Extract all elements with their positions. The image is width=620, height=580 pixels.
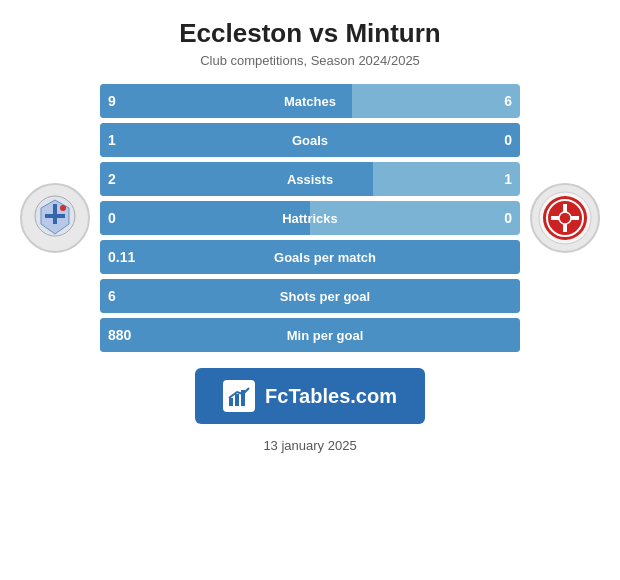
stat-left-value: 880: [108, 327, 138, 343]
logo-minturn: [520, 183, 610, 253]
svg-point-10: [559, 212, 571, 224]
svg-rect-12: [235, 394, 239, 406]
stat-label: Matches: [138, 94, 482, 109]
stat-right-value: 1: [482, 171, 512, 187]
stat-label: Shots per goal: [138, 289, 512, 304]
stat-label: Assists: [138, 172, 482, 187]
stat-row-hattricks: 0Hattricks0: [100, 201, 520, 235]
stat-left-value: 1: [108, 132, 138, 148]
stat-right-value: 0: [482, 210, 512, 226]
stat-left-value: 0: [108, 210, 138, 226]
logo-eccleston: [10, 183, 100, 253]
stat-row-min-per-goal: 880Min per goal: [100, 318, 520, 352]
date-label: 13 january 2025: [263, 438, 356, 453]
stat-label: Hattricks: [138, 211, 482, 226]
stat-left-value: 6: [108, 288, 138, 304]
stat-row-shots-per-goal: 6Shots per goal: [100, 279, 520, 313]
stat-label: Min per goal: [138, 328, 512, 343]
svg-rect-3: [45, 214, 65, 218]
stat-right-value: 6: [482, 93, 512, 109]
fctables-text: FcTables.com: [265, 385, 397, 408]
stat-row-assists: 2Assists1: [100, 162, 520, 196]
stat-left-value: 2: [108, 171, 138, 187]
fctables-banner[interactable]: FcTables.com: [195, 368, 425, 424]
stat-row-matches: 9Matches6: [100, 84, 520, 118]
stat-label: Goals per match: [138, 250, 512, 265]
stat-right-value: 0: [482, 132, 512, 148]
svg-point-4: [60, 205, 66, 211]
stat-label: Goals: [138, 133, 482, 148]
stat-row-goals: 1Goals0: [100, 123, 520, 157]
page-title: Eccleston vs Minturn: [179, 18, 441, 49]
subtitle: Club competitions, Season 2024/2025: [179, 53, 441, 68]
fctables-icon: [223, 380, 255, 412]
stat-row-goals-per-match: 0.11Goals per match: [100, 240, 520, 274]
stat-left-value: 9: [108, 93, 138, 109]
stat-left-value: 0.11: [108, 249, 138, 265]
svg-rect-11: [229, 398, 233, 406]
stats-column: 9Matches61Goals02Assists10Hattricks00.11…: [100, 84, 520, 352]
